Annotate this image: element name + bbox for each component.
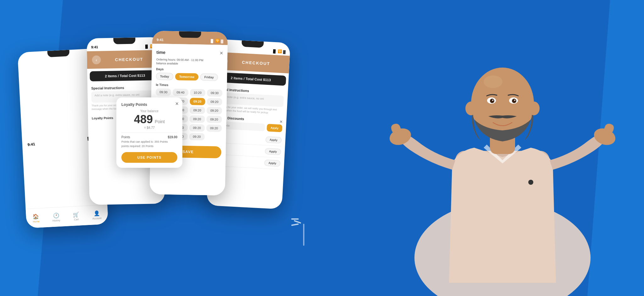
phone4-notch — [242, 41, 264, 48]
nav-home-label: Home — [33, 220, 40, 223]
svg-point-15 — [528, 101, 540, 115]
dash-3 — [291, 223, 299, 226]
nav-home[interactable]: 🏠 Home — [32, 213, 40, 223]
wifi-icon3: 🛜 — [215, 39, 220, 43]
wifi-icon4: 🛜 — [278, 49, 282, 54]
svg-point-10 — [492, 100, 493, 101]
coupons-close-btn[interactable]: × — [280, 119, 283, 125]
apply-coupon-btn-2[interactable]: Apply — [265, 148, 281, 155]
bottom-nav: 🏠 Home 🕐 History 🛒 Cart 👤 Account — [26, 205, 108, 228]
day-tomorrow[interactable]: Tomorrow — [175, 73, 199, 80]
nav-cart-label: Cart — [74, 218, 79, 221]
nav-account[interactable]: 👤 Account — [92, 210, 102, 220]
ts-16[interactable]: 09:20 — [206, 116, 222, 123]
svg-point-2 — [528, 180, 533, 185]
asap-note: balance available — [156, 62, 223, 66]
phone3-notch — [179, 31, 201, 38]
svg-point-11 — [514, 100, 515, 101]
svg-point-5 — [484, 75, 502, 88]
checkout-total-bar: 2 Items / Total Cost $113 — [90, 70, 160, 81]
home-icon: 🏠 — [33, 213, 39, 220]
ts-1[interactable]: 09:30 — [156, 88, 171, 96]
ts-19[interactable]: 09:20 — [189, 124, 205, 132]
ts-20[interactable]: 09:20 — [206, 124, 222, 132]
pts-amount: $19.00 — [168, 135, 177, 139]
phone1-notch — [47, 50, 69, 58]
ts-23[interactable]: 09:20 — [189, 133, 205, 140]
decorative-dashes — [291, 217, 301, 227]
checkout-title-4: CHECKOUT — [228, 59, 285, 67]
apply-coupon-btn-3[interactable]: Apply — [264, 160, 280, 167]
ts-12[interactable]: 09:20 — [207, 107, 222, 114]
day-buttons: Today Tomorrow Friday — [156, 73, 223, 81]
signal-icon4: ▐▌ — [272, 49, 277, 53]
balance-number: 489 Point — [121, 113, 177, 126]
checkout-title: CHECKOUT — [101, 57, 157, 62]
back-button[interactable]: ‹ — [92, 55, 101, 64]
svg-point-8 — [490, 99, 494, 103]
ts-7[interactable]: 09:20 — [190, 98, 205, 105]
nav-account-label: Account — [92, 217, 102, 220]
loyalty-popup-title: Loyalty Points — [121, 102, 177, 107]
person-image — [361, 0, 644, 296]
history-icon: 🕐 — [53, 212, 59, 218]
day-friday[interactable]: Friday — [200, 74, 218, 81]
phones-area: 9:41 ▐▌ 🛜 ▓ 🔍 ⋮ Cape Coral, FL › 3111 N … — [16, 13, 314, 283]
ts-3[interactable]: 10:20 — [190, 89, 205, 96]
pts-min-info: points required: 20 Points — [121, 145, 177, 148]
ts-15[interactable]: 09:20 — [189, 115, 205, 123]
loyalty-label: Loyalty Points — [92, 116, 114, 120]
signal-icon2: ▐▌ — [144, 44, 149, 48]
battery-icon4: ▓ — [283, 50, 286, 53]
divider — [121, 133, 177, 133]
use-points-button[interactable]: USE POINTS — [121, 152, 177, 163]
special-instructions-title: Special Instructions — [91, 85, 159, 90]
dollar-equivalent: = $4.77 — [121, 126, 177, 129]
day-today[interactable]: Today — [156, 73, 173, 80]
phone2-notch — [113, 37, 135, 44]
time-modal-close[interactable]: × — [220, 50, 223, 57]
battery-icon3: ▓ — [221, 39, 223, 43]
account-icon: 👤 — [93, 210, 100, 217]
nav-history[interactable]: 🕐 History — [52, 212, 60, 222]
svg-point-14 — [465, 101, 477, 115]
cart-icon: 🛒 — [73, 211, 79, 217]
time-modal-title: time — [156, 50, 165, 55]
times-title: le Times — [156, 83, 222, 88]
nav-cart[interactable]: 🛒 Cart — [73, 211, 80, 221]
points-row: Points $19.00 — [121, 135, 177, 139]
phone3-status-icons: ▐▌ 🛜 ▓ — [209, 39, 223, 43]
signal-icon3: ▐▌ — [209, 39, 214, 43]
pts-label: Points — [121, 135, 130, 139]
svg-point-9 — [512, 99, 516, 103]
time-modal-header: time × — [156, 49, 223, 57]
pts-max-info: Points that can applied is: 355 Points — [121, 140, 177, 143]
phone1-time: 9:41 — [27, 142, 35, 147]
ts-11[interactable]: 09:20 — [189, 107, 205, 114]
loyalty-popup: × Loyalty Points Your balance 489 Point … — [116, 97, 182, 168]
apply-coupon-btn-1[interactable]: Apply — [265, 136, 282, 144]
ts-2[interactable]: 09:40 — [173, 89, 188, 96]
phone2-checkout-header: ‹ CHECKOUT — [87, 50, 163, 69]
ts-4[interactable]: 09:30 — [207, 89, 223, 97]
loyalty-close-btn[interactable]: × — [175, 101, 179, 107]
balance-label: Your balance — [121, 109, 177, 113]
apply-code-button[interactable]: Apply — [267, 124, 282, 132]
days-title: Days — [156, 67, 223, 72]
dash-2 — [294, 220, 301, 224]
phone4-status-icons: ▐▌ 🛜 ▓ — [272, 49, 286, 54]
dash-1 — [291, 218, 299, 220]
nav-history-label: History — [53, 219, 60, 222]
phone3-time: 9:41 — [157, 38, 164, 42]
phone2-time: 9:41 — [91, 45, 98, 49]
ts-8[interactable]: 09:20 — [207, 98, 222, 106]
